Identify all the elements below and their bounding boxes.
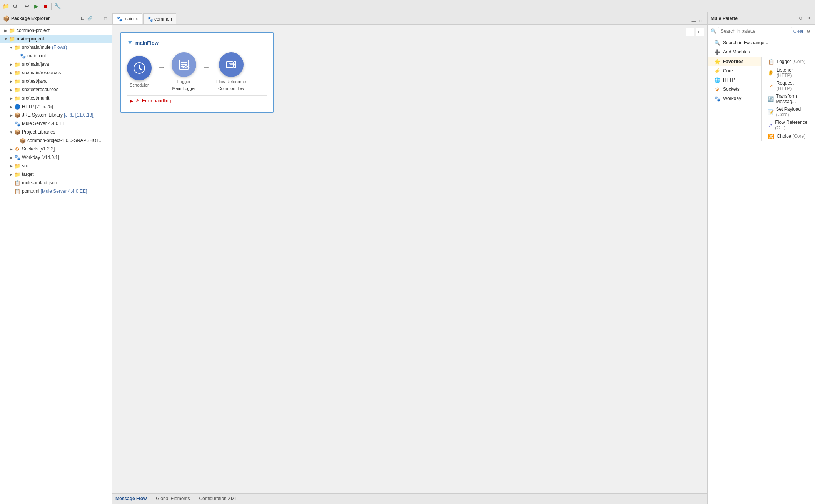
flow-node-scheduler[interactable]: Scheduler [127, 56, 152, 87]
palette-item-choice[interactable]: 🔀 Choice (Core) [762, 132, 815, 141]
flowref-label: Flow Reference [216, 79, 246, 84]
item-icon-muleserver: 🐾 [14, 120, 21, 127]
tree-item-mule-artifact[interactable]: 📋 mule-artifact.json [0, 179, 112, 187]
tab-common-label: common [154, 17, 172, 22]
logger-label: Logger [177, 79, 190, 84]
favorites-icon: ⭐ [714, 58, 721, 65]
toolbar-debug[interactable]: 🔧 [53, 2, 62, 10]
tab-main-close[interactable]: ✕ [135, 17, 138, 21]
toolbar-stop[interactable]: ⏹ [41, 2, 50, 10]
tree-item-mule-server[interactable]: 🐾 Mule Server 4.4.0 EE [0, 119, 112, 128]
palette-settings-btn[interactable]: ⚙ [797, 15, 804, 22]
item-label-main: main-project [17, 36, 44, 42]
palette-item-workday[interactable]: 🐾 Workday [708, 94, 761, 103]
item-icon-munit: 📁 [14, 95, 21, 102]
flow-expand-icon[interactable]: ▼ [127, 39, 133, 46]
palette-item-add-modules[interactable]: ➕ Add Modules [708, 47, 815, 57]
tree-item-src-main-mule[interactable]: ▼ 📁 src/main/mule (Flows) [0, 43, 112, 52]
palette-http-label: HTTP [723, 77, 735, 83]
tree-item-src-test-munit[interactable]: ▶ 📁 src/test/munit [0, 94, 112, 102]
svg-point-3 [139, 67, 140, 69]
palette-search-input[interactable] [718, 27, 792, 35]
item-icon-res: 📁 [14, 69, 21, 76]
item-label-mule: src/main/mule (Flows) [22, 45, 67, 50]
item-label-common: common-project [17, 28, 50, 33]
tree-item-src-test-java[interactable]: ▶ 📁 src/test/java [0, 77, 112, 85]
palette-setpayload-label: Set Payload (Core) [776, 107, 809, 117]
palette-item-logger[interactable]: 📋 Logger (Core) [762, 57, 815, 66]
toolbar-back[interactable]: ↩ [23, 2, 31, 10]
toolbar-run[interactable]: ▶ [32, 2, 40, 10]
palette-settings-icon[interactable]: ⚙ [805, 28, 812, 35]
minimize-btn[interactable]: — [94, 15, 101, 22]
tab-common[interactable]: 🐾 common [143, 13, 176, 24]
expand-icon-common: ▶ [3, 28, 8, 33]
tree-item-common-snapshot[interactable]: 📦 common-project-1.0.0-SNAPSHOT... [0, 136, 112, 145]
palette-logger-label: Logger (Core) [777, 59, 806, 64]
tree-item-main-project[interactable]: ▼ 📁 main-project [0, 35, 112, 43]
toolbar-gear[interactable]: ⚙ [11, 2, 19, 10]
palette-transform-label: Transform Messag... [776, 93, 809, 104]
flow-node-logger[interactable]: LOG Logger Main Logger [172, 52, 196, 91]
flow-node-flowref[interactable]: Flow Reference Common flow [216, 52, 246, 91]
collapse-all-btn[interactable]: ⊟ [79, 15, 86, 22]
tab-config-xml[interactable]: Configuration XML [199, 496, 237, 501]
link-editor-btn[interactable]: 🔗 [87, 15, 94, 22]
palette-item-listener[interactable]: 👂 Listener (HTTP) [762, 66, 815, 79]
maximize-btn[interactable]: □ [102, 15, 109, 22]
expand-icon-res: ▶ [8, 71, 14, 75]
palette-item-transform[interactable]: 🔄 Transform Messag... [762, 92, 815, 105]
palette-close-btn[interactable]: ✕ [805, 15, 812, 22]
item-icon-mule: 📁 [14, 44, 21, 51]
tree-item-workday[interactable]: ▶ 🐾 Workday [v14.0.1] [0, 153, 112, 162]
canvas-zoom-in[interactable]: □ [696, 28, 704, 36]
tree-item-http[interactable]: ▶ 🔵 HTTP [v1.5.25] [0, 102, 112, 111]
palette-flowreference-label: Flow Reference (C...) [775, 120, 809, 130]
tree-item-target[interactable]: ▶ 📁 target [0, 170, 112, 179]
tree-item-jre[interactable]: ▶ 📦 JRE System Library [JRE [11.0.13]] [0, 111, 112, 119]
palette-request-label: Request (HTTP) [777, 80, 809, 91]
palette-item-favorites[interactable]: ⭐ Favorites [708, 57, 761, 66]
tab-main[interactable]: 🐾 main ✕ [112, 13, 142, 24]
canvas-zoom-out[interactable]: — [686, 28, 694, 36]
palette-item-search-exchange[interactable]: 🔍 Search in Exchange... [708, 38, 815, 47]
tree-item-common-project[interactable]: ▶ 📁 common-project [0, 26, 112, 35]
flow-arrow-2: → [202, 63, 210, 72]
package-explorer-title: Package Explorer [11, 16, 50, 21]
palette-add-modules-label: Add Modules [723, 49, 750, 55]
item-icon-projlibs: 📦 [14, 129, 21, 135]
package-explorer-tree: ▶ 📁 common-project ▼ 📁 main-project ▼ 📁 … [0, 25, 112, 504]
flow-container: ▼ mainFlow Sch [120, 32, 274, 113]
editor-minimize-btn[interactable]: — [690, 17, 697, 24]
tree-item-main-xml[interactable]: 🐾 main.xml [0, 52, 112, 60]
expand-icon-jre: ▶ [8, 113, 14, 117]
expand-icon-target: ▶ [8, 172, 14, 177]
tree-item-src-main-res[interactable]: ▶ 📁 src/main/resources [0, 68, 112, 77]
editor-maximize-btn[interactable]: □ [697, 17, 704, 24]
item-icon-testres: 📁 [14, 86, 21, 93]
tree-item-sockets[interactable]: ▶ ⚙ Sockets [v1.2.2] [0, 145, 112, 153]
toolbar-new[interactable]: 📁 [2, 2, 10, 10]
tab-global-elements[interactable]: Global Elements [156, 496, 190, 501]
palette-item-set-payload[interactable]: 📝 Set Payload (Core) [762, 105, 815, 118]
palette-item-core[interactable]: ⚡ Core [708, 66, 761, 75]
expand-icon-workday: ▶ [8, 155, 14, 160]
tree-item-src-main-java[interactable]: ▶ 📁 src/main/java [0, 60, 112, 68]
tree-item-project-libs[interactable]: ▼ 📦 Project Libraries [0, 128, 112, 136]
item-icon-testjava: 📁 [14, 78, 21, 85]
tab-message-flow[interactable]: Message Flow [115, 496, 147, 501]
tree-item-src-test-res[interactable]: ▶ 📁 src/test/resources [0, 85, 112, 94]
error-handling[interactable]: ▶ ⚠ Error handling [127, 95, 267, 106]
palette-item-request[interactable]: ↗ Request (HTTP) [762, 79, 815, 92]
item-label-java: src/main/java [22, 62, 49, 67]
item-icon-target: 📁 [14, 171, 21, 178]
palette-item-flow-reference[interactable]: ↗ Flow Reference (C...) [762, 118, 815, 132]
palette-item-sockets[interactable]: ⚙ Sockets [708, 85, 761, 94]
expand-icon-src: ▶ [8, 164, 14, 168]
tree-item-pom[interactable]: 📋 pom.xml [Mule Server 4.4.0 EE] [0, 187, 112, 195]
palette-clear-btn[interactable]: Clear [793, 29, 803, 33]
center-panel: 🐾 main ✕ 🐾 common — □ — □ ▼ [112, 12, 707, 504]
scheduler-label: Scheduler [130, 83, 149, 87]
tree-item-src[interactable]: ▶ 📁 src [0, 162, 112, 170]
palette-item-http[interactable]: 🌐 HTTP [708, 75, 761, 85]
